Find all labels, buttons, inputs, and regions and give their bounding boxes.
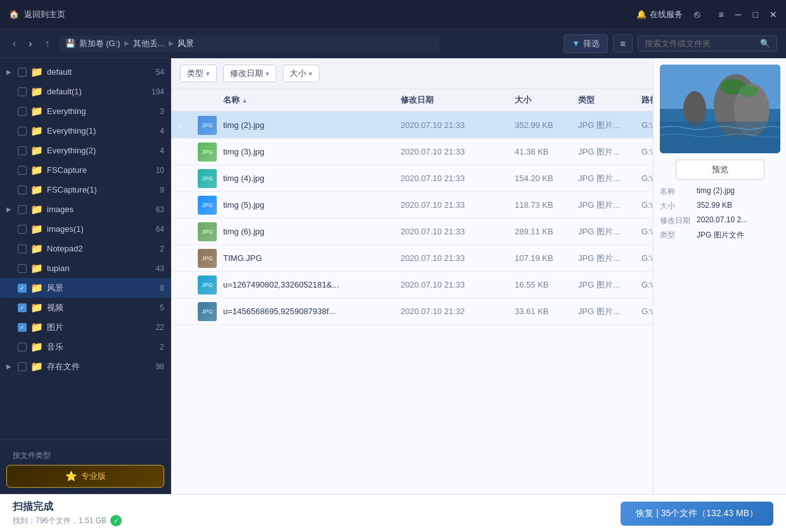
row-checkbox[interactable]: ✓ [176, 227, 195, 236]
item-checkbox[interactable] [18, 362, 27, 371]
row-name: TIMG.JPG [221, 253, 398, 263]
folder-icon: 📁 [30, 66, 43, 78]
th-moddate[interactable]: 修改日期 [398, 94, 512, 106]
row-name: timg (4).jpg [221, 174, 398, 183]
item-checkbox[interactable] [18, 244, 27, 253]
table-row[interactable]: ✓ JPG timg (3).jpg 2020.07.10 21:33 41.3… [171, 139, 653, 165]
breadcrumb-current[interactable]: 风景 [177, 38, 194, 49]
row-path: G:\风景 [639, 279, 653, 291]
item-checkbox[interactable]: ✓ [18, 303, 27, 312]
item-checkbox[interactable] [18, 343, 27, 352]
table-row[interactable]: ✓ JPG TIMG.JPG 2020.07.10 21:33 107.19 K… [171, 245, 653, 272]
sidebar-item-Everything[interactable]: 📁 Everything 3 [0, 101, 171, 121]
sidebar-item-音乐[interactable]: 📁 音乐 2 [0, 337, 171, 357]
item-count: 2 [149, 244, 164, 253]
table-row[interactable]: ✓ JPG timg (2).jpg 2020.07.10 21:33 352.… [171, 112, 653, 139]
item-checkbox[interactable] [18, 186, 27, 194]
item-label: default(1) [47, 87, 145, 96]
folder-icon: 📁 [30, 203, 43, 215]
status-text: 扫描完成 找到：796个文件，1.51 GB ✓ [13, 500, 610, 526]
maximize-button[interactable]: □ [753, 10, 758, 20]
breadcrumb-folder[interactable]: 其他丢... [133, 38, 165, 49]
folder-icon: 📁 [30, 301, 43, 314]
row-checkbox[interactable]: ✓ [176, 307, 195, 316]
item-checkbox[interactable] [18, 68, 27, 77]
sidebar-item-FSCapture(1)[interactable]: 📁 FSCapture(1) 9 [0, 180, 171, 200]
table-row[interactable]: ✓ JPG timg (6).jpg 2020.07.10 21:33 289.… [171, 218, 653, 245]
th-type[interactable]: 类型 [576, 94, 639, 106]
back-button[interactable]: ‹ [9, 35, 20, 52]
preview-button[interactable]: 预览 [676, 160, 764, 180]
sidebar-item-存在文件[interactable]: ▶ 📁 存在文件 98 [0, 357, 171, 376]
sidebar-item-Notepad2[interactable]: 📁 Notepad2 2 [0, 239, 171, 258]
select-all-checkbox[interactable]: ✓ [179, 96, 184, 105]
view-toggle-button[interactable]: ≡ [613, 34, 633, 53]
pro-label: 专业版 [81, 471, 106, 482]
item-checkbox[interactable] [18, 146, 27, 155]
item-checkbox[interactable] [18, 127, 27, 136]
item-checkbox[interactable] [18, 87, 27, 96]
sidebar-item-风景[interactable]: ✓ 📁 风景 8 [0, 278, 171, 298]
home-label[interactable]: 返回到主页 [24, 9, 65, 20]
row-checkbox[interactable]: ✓ [176, 253, 195, 263]
minimize-button[interactable]: ─ [735, 10, 742, 20]
item-checkbox[interactable] [18, 107, 27, 116]
sidebar-item-Everything(2)[interactable]: 📁 Everything(2) 4 [0, 141, 171, 160]
row-size: 107.19 KB [512, 253, 576, 263]
item-checkbox[interactable]: ✓ [18, 323, 27, 332]
close-button[interactable]: ✕ [770, 10, 777, 20]
filter-tag-2[interactable]: 大小▾ [283, 65, 319, 82]
sidebar-item-视频[interactable]: ✓ 📁 视频 5 [0, 298, 171, 317]
row-path: G:\风景 [639, 306, 653, 317]
sidebar-item-images(1)[interactable]: 📁 images(1) 64 [0, 219, 171, 239]
row-path: G:\风景 [639, 146, 653, 158]
row-checkbox[interactable]: ✓ [176, 280, 195, 289]
row-checkbox[interactable]: ✓ [176, 200, 195, 210]
item-count: 98 [149, 362, 164, 371]
th-path[interactable]: 路径 [639, 94, 653, 106]
item-checkbox[interactable] [18, 166, 27, 175]
item-checkbox[interactable] [18, 205, 27, 214]
row-checkbox[interactable]: ✓ [176, 120, 195, 130]
sidebar-item-FSCapture[interactable]: 📁 FSCapture 10 [0, 160, 171, 180]
share-icon[interactable]: ⎋ [694, 9, 700, 20]
th-size[interactable]: 大小 [512, 94, 576, 106]
item-checkbox[interactable] [18, 264, 27, 273]
item-label: Everything [47, 106, 145, 116]
breadcrumb-drive[interactable]: 新加卷 (G:) [79, 38, 120, 49]
sidebar-item-Everything(1)[interactable]: 📁 Everything(1) 4 [0, 121, 171, 141]
row-date: 2020.07.10 21:33 [398, 174, 512, 183]
th-name[interactable]: 名称 ▲ [221, 94, 398, 106]
forward-button[interactable]: › [25, 35, 35, 52]
menu-icon[interactable]: ≡ [718, 10, 723, 20]
pro-button[interactable]: ⭐ 专业版 [6, 465, 164, 488]
row-checkbox[interactable]: ✓ [176, 174, 195, 183]
sidebar-item-default(1)[interactable]: 📁 default(1) 194 [0, 82, 171, 101]
file-table: ✓ 名称 ▲ 修改日期 大小 类型 路径 [171, 89, 653, 494]
up-button[interactable]: ↑ [41, 35, 54, 52]
row-checkbox[interactable]: ✓ [176, 147, 195, 156]
sidebar-item-tupian[interactable]: 📁 tupian 43 [0, 258, 171, 278]
item-label: 图片 [47, 322, 145, 333]
filter-tag-0[interactable]: 类型▾ [180, 65, 217, 82]
row-type: JPG 图片... [576, 146, 639, 158]
table-row[interactable]: ✓ JPG timg (4).jpg 2020.07.10 21:33 154.… [171, 165, 653, 192]
filter-tag-1[interactable]: 修改日期▾ [223, 65, 276, 82]
title-bar-right: 🔔 在线服务 ⎋ ≡ ─ □ ✕ [636, 9, 777, 20]
meta-date-value: 2020.07.10 2... [697, 215, 780, 224]
sidebar-item-images[interactable]: ▶ 📁 images 63 [0, 200, 171, 219]
online-service[interactable]: 🔔 在线服务 [636, 9, 683, 20]
search-input[interactable] [645, 39, 756, 48]
table-row[interactable]: ✓ JPG u=1267490802,3326052181&... 2020.0… [171, 272, 653, 298]
filter-button[interactable]: ▼ 筛选 [564, 34, 608, 53]
table-row[interactable]: ✓ JPG timg (5).jpg 2020.07.10 21:33 118.… [171, 192, 653, 218]
item-checkbox[interactable] [18, 225, 27, 234]
recover-button[interactable]: 恢复 | 35个文件（132.43 MB） [621, 502, 773, 526]
sidebar-item-default[interactable]: ▶ 📁 default 54 [0, 62, 171, 82]
filter-tag-arrow: ▾ [266, 70, 269, 78]
expand-icon: ▶ [6, 363, 14, 370]
item-checkbox[interactable]: ✓ [18, 284, 27, 293]
row-date: 2020.07.10 21:33 [398, 227, 512, 236]
table-row[interactable]: ✓ JPG u=1456568695,9259087938f... 2020.0… [171, 298, 653, 325]
sidebar-item-图片[interactable]: ✓ 📁 图片 22 [0, 317, 171, 337]
